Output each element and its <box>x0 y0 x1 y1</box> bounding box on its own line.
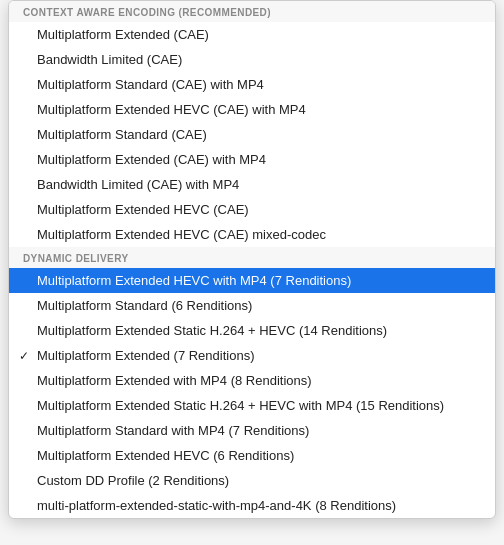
dropdown-item[interactable]: Multiplatform Extended (7 Renditions) <box>9 343 495 368</box>
dropdown-section-header-cae: CONTEXT AWARE ENCODING (RECOMMENDED) <box>9 1 495 22</box>
dropdown-item[interactable]: Multiplatform Standard (CAE) <box>9 122 495 147</box>
dropdown-item[interactable]: Multiplatform Extended (CAE) <box>9 22 495 47</box>
dropdown-item[interactable]: Multiplatform Extended Static H.264 + HE… <box>9 318 495 343</box>
dropdown-item[interactable]: Multiplatform Extended HEVC with MP4 (7 … <box>9 268 495 293</box>
dropdown-item[interactable]: Multiplatform Standard (6 Renditions) <box>9 293 495 318</box>
dropdown-item[interactable]: Multiplatform Standard (CAE) with MP4 <box>9 72 495 97</box>
dropdown-item[interactable]: Multiplatform Extended with MP4 (8 Rendi… <box>9 368 495 393</box>
encoding-dropdown: CONTEXT AWARE ENCODING (RECOMMENDED)Mult… <box>8 0 496 519</box>
dropdown-item[interactable]: Multiplatform Extended HEVC (CAE) mixed-… <box>9 222 495 247</box>
dropdown-item[interactable]: Multiplatform Extended Static H.264 + HE… <box>9 393 495 418</box>
dropdown-item[interactable]: Multiplatform Extended HEVC (CAE) with M… <box>9 97 495 122</box>
dropdown-item[interactable]: Bandwidth Limited (CAE) with MP4 <box>9 172 495 197</box>
dropdown-section-header-dynamic: DYNAMIC DELIVERY <box>9 247 495 268</box>
dropdown-item[interactable]: Multiplatform Extended HEVC (6 Rendition… <box>9 443 495 468</box>
dropdown-item[interactable]: Custom DD Profile (2 Renditions) <box>9 468 495 493</box>
dropdown-item[interactable]: Multiplatform Extended HEVC (CAE) <box>9 197 495 222</box>
dropdown-item[interactable]: multi-platform-extended-static-with-mp4-… <box>9 493 495 518</box>
dropdown-item[interactable]: Multiplatform Standard with MP4 (7 Rendi… <box>9 418 495 443</box>
dropdown-item[interactable]: Bandwidth Limited (CAE) <box>9 47 495 72</box>
dropdown-item[interactable]: Multiplatform Extended (CAE) with MP4 <box>9 147 495 172</box>
